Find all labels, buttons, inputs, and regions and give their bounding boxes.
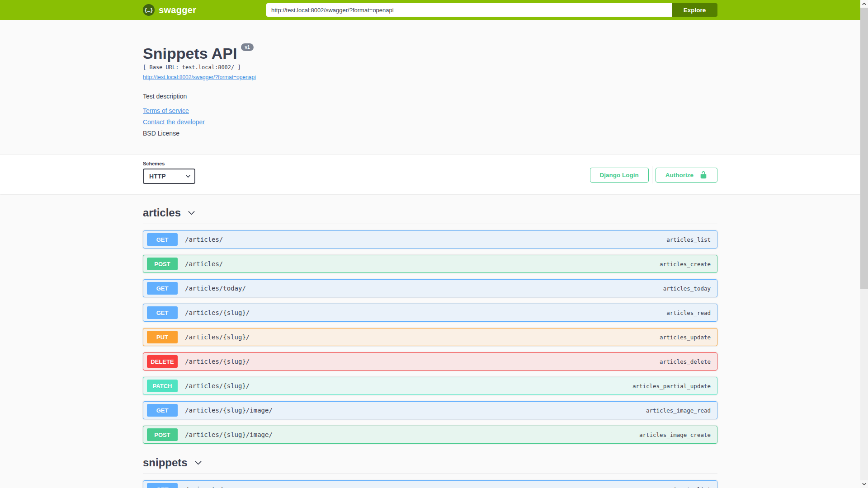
endpoint-path: /snippets/ (185, 486, 223, 488)
operation-id: snippets_list (666, 486, 711, 488)
endpoint-path: /articles/ (185, 260, 223, 267)
method-badge: DELETE (147, 355, 178, 368)
method-badge: PATCH (147, 380, 178, 392)
endpoint-row[interactable]: GET/articles/today/articles_today (143, 279, 717, 297)
endpoint-row[interactable]: DELETE/articles/{slug}/articles_delete (143, 352, 717, 371)
version-badge: v1 (241, 43, 253, 51)
operation-id: articles_update (660, 334, 711, 341)
endpoint-path: /articles/{slug}/ (185, 333, 250, 341)
section-header-snippets[interactable]: snippets (143, 456, 717, 474)
scroll-thumb[interactable] (860, 8, 868, 289)
django-login-label: Django Login (600, 172, 639, 178)
license-text: BSD License (143, 130, 717, 137)
scroll-down-button[interactable] (860, 480, 868, 488)
auth-wrapper: Django Login Authorize (590, 166, 717, 183)
endpoint-path: /articles/{slug}/ (185, 358, 250, 365)
page-title: Snippets APIv1 (143, 44, 717, 62)
authorize-button[interactable]: Authorize (656, 168, 717, 183)
endpoint-row[interactable]: GET/articles/{slug}/articles_read (143, 304, 717, 322)
operation-id: articles_create (660, 261, 711, 267)
url-input[interactable] (266, 3, 672, 17)
schemes-block: Schemes HTTP (143, 161, 195, 184)
swagger-braces-icon: {…} (143, 4, 155, 16)
schemes-select[interactable]: HTTP (143, 169, 195, 184)
api-section-snippets: snippetsGET/snippets/snippets_list (143, 456, 717, 488)
endpoint-row[interactable]: POST/articles/articles_create (143, 255, 717, 273)
terms-of-service-link[interactable]: Terms of service (143, 107, 189, 114)
schemes-label: Schemes (143, 161, 195, 166)
method-badge: PUT (147, 331, 178, 343)
swagger-logo-text: swagger (159, 5, 196, 15)
method-badge: GET (147, 306, 178, 319)
auth-divider (652, 166, 652, 183)
operation-id: articles_image_create (639, 432, 711, 438)
api-section-articles: articlesGET/articles/articles_listPOST/a… (143, 206, 717, 444)
section-header-articles[interactable]: articles (143, 206, 717, 224)
unlock-icon (699, 171, 708, 179)
explore-button[interactable]: Explore (672, 3, 717, 17)
download-url-group: Explore (266, 3, 717, 17)
endpoint-row[interactable]: GET/articles/{slug}/image/articles_image… (143, 401, 717, 419)
method-badge: POST (147, 258, 178, 270)
authorize-label: Authorize (665, 172, 693, 178)
chevron-up-icon (862, 1, 867, 6)
info-section: Snippets APIv1 [ Base URL: test.local:80… (0, 20, 860, 154)
endpoint-path: /articles/{slug}/ (185, 382, 250, 389)
method-badge: GET (147, 404, 178, 417)
scheme-section: Schemes HTTP Django Login Authorize (0, 154, 860, 194)
endpoint-path: /articles/{slug}/ (185, 309, 250, 316)
api-description: Test description (143, 93, 717, 100)
endpoint-row[interactable]: POST/articles/{slug}/image/articles_imag… (143, 426, 717, 444)
chevron-down-icon (862, 482, 867, 487)
django-login-button[interactable]: Django Login (590, 168, 649, 183)
section-title: articles (143, 206, 181, 219)
operation-id: articles_read (666, 310, 711, 316)
chevron-down-icon (194, 459, 203, 467)
api-title-text: Snippets API (143, 45, 237, 62)
endpoint-row[interactable]: GET/articles/articles_list (143, 230, 717, 249)
spec-link[interactable]: http://test.local:8002/swagger/?format=o… (143, 74, 256, 80)
endpoint-path: /articles/{slug}/image/ (185, 431, 273, 438)
endpoint-path: /articles/today/ (185, 285, 246, 292)
operation-id: articles_delete (660, 358, 711, 365)
operations-section: articlesGET/articles/articles_listPOST/a… (0, 194, 860, 488)
method-badge: GET (147, 282, 178, 295)
section-title: snippets (143, 456, 188, 469)
scrollbar[interactable] (860, 0, 868, 488)
operation-id: articles_image_read (646, 407, 711, 414)
swagger-logo[interactable]: {…} swagger (143, 4, 196, 16)
method-badge: POST (147, 428, 178, 441)
base-url: [ Base URL: test.local:8002/ ] (143, 64, 717, 70)
endpoint-row[interactable]: GET/snippets/snippets_list (143, 480, 717, 488)
operation-id: articles_today (663, 285, 711, 292)
scroll-up-button[interactable] (860, 0, 868, 8)
endpoint-path: /articles/{slug}/image/ (185, 407, 273, 414)
chevron-down-icon (187, 209, 196, 217)
endpoint-row[interactable]: PUT/articles/{slug}/articles_update (143, 328, 717, 346)
method-badge: GET (147, 233, 178, 246)
method-badge: GET (147, 483, 178, 488)
operation-id: articles_list (666, 236, 711, 243)
endpoint-row[interactable]: PATCH/articles/{slug}/articles_partial_u… (143, 377, 717, 395)
operation-id: articles_partial_update (632, 383, 711, 389)
contact-developer-link[interactable]: Contact the developer (143, 118, 205, 126)
endpoint-path: /articles/ (185, 236, 223, 243)
topbar: {…} swagger Explore (0, 0, 860, 20)
